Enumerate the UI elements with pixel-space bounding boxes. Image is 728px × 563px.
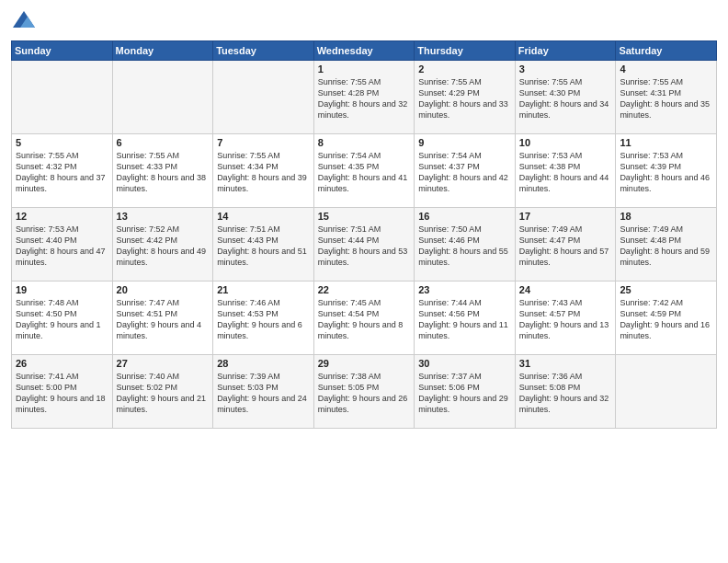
calendar-cell: 14Sunrise: 7:51 AM Sunset: 4:43 PM Dayli… [213, 208, 314, 282]
logo-icon [11, 9, 37, 35]
day-number: 28 [217, 358, 310, 369]
day-number: 20 [117, 284, 210, 295]
day-number: 22 [318, 284, 411, 295]
day-number: 4 [620, 63, 712, 75]
calendar-cell: 2Sunrise: 7:55 AM Sunset: 4:29 PM Daylig… [415, 61, 516, 134]
calendar-cell: 4Sunrise: 7:55 AM Sunset: 4:31 PM Daylig… [616, 61, 717, 134]
day-number: 17 [519, 211, 612, 222]
day-info: Sunrise: 7:42 AM Sunset: 4:59 PM Dayligh… [620, 297, 712, 342]
day-number: 18 [620, 211, 712, 222]
day-number: 1 [318, 63, 411, 75]
calendar-week-2: 5Sunrise: 7:55 AM Sunset: 4:32 PM Daylig… [12, 134, 717, 208]
calendar-cell: 27Sunrise: 7:40 AM Sunset: 5:02 PM Dayli… [112, 355, 213, 429]
calendar-week-1: 1Sunrise: 7:55 AM Sunset: 4:28 PM Daylig… [12, 61, 717, 134]
day-info: Sunrise: 7:54 AM Sunset: 4:37 PM Dayligh… [418, 150, 511, 195]
day-number: 16 [418, 211, 511, 222]
logo [11, 9, 40, 35]
day-info: Sunrise: 7:39 AM Sunset: 5:03 PM Dayligh… [217, 371, 310, 416]
day-number: 12 [16, 211, 108, 222]
calendar-week-5: 26Sunrise: 7:41 AM Sunset: 5:00 PM Dayli… [12, 355, 717, 429]
calendar-week-3: 12Sunrise: 7:53 AM Sunset: 4:40 PM Dayli… [12, 208, 717, 282]
calendar-cell: 3Sunrise: 7:55 AM Sunset: 4:30 PM Daylig… [515, 61, 616, 134]
day-info: Sunrise: 7:55 AM Sunset: 4:31 PM Dayligh… [620, 76, 712, 121]
calendar-cell: 17Sunrise: 7:49 AM Sunset: 4:47 PM Dayli… [515, 208, 616, 282]
calendar-week-4: 19Sunrise: 7:48 AM Sunset: 4:50 PM Dayli… [12, 282, 717, 355]
calendar-cell: 13Sunrise: 7:52 AM Sunset: 4:42 PM Dayli… [112, 208, 213, 282]
calendar-cell: 28Sunrise: 7:39 AM Sunset: 5:03 PM Dayli… [213, 355, 314, 429]
calendar-cell: 23Sunrise: 7:44 AM Sunset: 4:56 PM Dayli… [415, 282, 516, 355]
day-info: Sunrise: 7:55 AM Sunset: 4:34 PM Dayligh… [217, 150, 310, 195]
day-number: 25 [620, 284, 712, 295]
calendar-cell: 25Sunrise: 7:42 AM Sunset: 4:59 PM Dayli… [616, 282, 717, 355]
day-info: Sunrise: 7:55 AM Sunset: 4:33 PM Dayligh… [117, 150, 210, 195]
calendar-cell: 15Sunrise: 7:51 AM Sunset: 4:44 PM Dayli… [313, 208, 415, 282]
calendar-cell [112, 61, 213, 134]
day-info: Sunrise: 7:47 AM Sunset: 4:51 PM Dayligh… [117, 297, 210, 342]
day-info: Sunrise: 7:49 AM Sunset: 4:47 PM Dayligh… [519, 224, 612, 269]
day-info: Sunrise: 7:49 AM Sunset: 4:48 PM Dayligh… [620, 224, 712, 269]
day-header-sunday: Sunday [12, 41, 113, 61]
day-info: Sunrise: 7:53 AM Sunset: 4:38 PM Dayligh… [519, 150, 612, 195]
calendar-cell: 5Sunrise: 7:55 AM Sunset: 4:32 PM Daylig… [12, 134, 113, 208]
day-number: 21 [217, 284, 310, 295]
day-number: 14 [217, 211, 310, 222]
calendar-cell: 10Sunrise: 7:53 AM Sunset: 4:38 PM Dayli… [515, 134, 616, 208]
day-number: 6 [117, 137, 210, 148]
calendar-cell: 1Sunrise: 7:55 AM Sunset: 4:28 PM Daylig… [313, 61, 415, 134]
calendar-cell: 24Sunrise: 7:43 AM Sunset: 4:57 PM Dayli… [515, 282, 616, 355]
calendar-cell: 22Sunrise: 7:45 AM Sunset: 4:54 PM Dayli… [313, 282, 415, 355]
day-number: 13 [117, 211, 210, 222]
day-number: 7 [217, 137, 310, 148]
calendar-cell: 30Sunrise: 7:37 AM Sunset: 5:06 PM Dayli… [415, 355, 516, 429]
day-info: Sunrise: 7:52 AM Sunset: 4:42 PM Dayligh… [117, 224, 210, 269]
day-number: 11 [620, 137, 712, 148]
calendar-cell: 11Sunrise: 7:53 AM Sunset: 4:39 PM Dayli… [616, 134, 717, 208]
calendar-cell: 31Sunrise: 7:36 AM Sunset: 5:08 PM Dayli… [515, 355, 616, 429]
calendar-cell: 18Sunrise: 7:49 AM Sunset: 4:48 PM Dayli… [616, 208, 717, 282]
day-info: Sunrise: 7:46 AM Sunset: 4:53 PM Dayligh… [217, 297, 310, 342]
calendar-cell: 20Sunrise: 7:47 AM Sunset: 4:51 PM Dayli… [112, 282, 213, 355]
day-number: 5 [16, 137, 108, 148]
calendar-cell: 16Sunrise: 7:50 AM Sunset: 4:46 PM Dayli… [415, 208, 516, 282]
day-info: Sunrise: 7:50 AM Sunset: 4:46 PM Dayligh… [418, 224, 511, 269]
day-number: 24 [519, 284, 612, 295]
day-header-friday: Friday [515, 41, 616, 61]
day-info: Sunrise: 7:41 AM Sunset: 5:00 PM Dayligh… [16, 371, 108, 416]
day-info: Sunrise: 7:45 AM Sunset: 4:54 PM Dayligh… [318, 297, 411, 342]
day-header-thursday: Thursday [415, 41, 516, 61]
calendar-cell [213, 61, 314, 134]
day-info: Sunrise: 7:55 AM Sunset: 4:30 PM Dayligh… [519, 76, 612, 121]
day-number: 23 [418, 284, 511, 295]
day-number: 10 [519, 137, 612, 148]
day-info: Sunrise: 7:55 AM Sunset: 4:32 PM Dayligh… [16, 150, 108, 195]
calendar-table: SundayMondayTuesdayWednesdayThursdayFrid… [11, 40, 717, 429]
calendar-cell: 21Sunrise: 7:46 AM Sunset: 4:53 PM Dayli… [213, 282, 314, 355]
day-header-saturday: Saturday [616, 41, 717, 61]
day-number: 30 [418, 358, 511, 369]
day-info: Sunrise: 7:38 AM Sunset: 5:05 PM Dayligh… [318, 371, 411, 416]
day-header-wednesday: Wednesday [313, 41, 415, 61]
day-number: 27 [117, 358, 210, 369]
day-number: 3 [519, 63, 612, 75]
page: SundayMondayTuesdayWednesdayThursdayFrid… [0, 0, 728, 563]
calendar-cell: 29Sunrise: 7:38 AM Sunset: 5:05 PM Dayli… [313, 355, 415, 429]
day-number: 31 [519, 358, 612, 369]
day-number: 8 [318, 137, 411, 148]
day-number: 19 [16, 284, 108, 295]
day-info: Sunrise: 7:55 AM Sunset: 4:28 PM Dayligh… [318, 76, 411, 121]
header-row: SundayMondayTuesdayWednesdayThursdayFrid… [12, 41, 717, 61]
day-info: Sunrise: 7:36 AM Sunset: 5:08 PM Dayligh… [519, 371, 612, 416]
day-info: Sunrise: 7:44 AM Sunset: 4:56 PM Dayligh… [418, 297, 511, 342]
calendar-cell: 9Sunrise: 7:54 AM Sunset: 4:37 PM Daylig… [415, 134, 516, 208]
day-number: 29 [318, 358, 411, 369]
day-header-tuesday: Tuesday [213, 41, 314, 61]
calendar-cell [616, 355, 717, 429]
calendar-cell: 6Sunrise: 7:55 AM Sunset: 4:33 PM Daylig… [112, 134, 213, 208]
calendar-cell: 12Sunrise: 7:53 AM Sunset: 4:40 PM Dayli… [12, 208, 113, 282]
day-info: Sunrise: 7:53 AM Sunset: 4:40 PM Dayligh… [16, 224, 108, 269]
day-number: 26 [16, 358, 108, 369]
day-info: Sunrise: 7:53 AM Sunset: 4:39 PM Dayligh… [620, 150, 712, 195]
calendar-cell: 19Sunrise: 7:48 AM Sunset: 4:50 PM Dayli… [12, 282, 113, 355]
day-info: Sunrise: 7:51 AM Sunset: 4:43 PM Dayligh… [217, 224, 310, 269]
header [11, 9, 717, 35]
